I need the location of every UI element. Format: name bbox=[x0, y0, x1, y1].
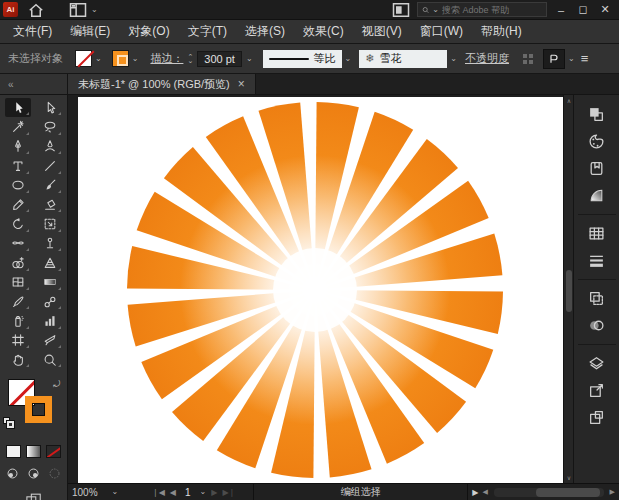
menu-item-3[interactable]: 文字(T) bbox=[179, 23, 236, 40]
chevron-down-icon[interactable]: ⌄ bbox=[450, 55, 457, 63]
artboard-dropdown-icon[interactable]: ⌄ bbox=[200, 488, 207, 496]
align-options-icon[interactable] bbox=[523, 54, 533, 64]
shape-builder-tool[interactable] bbox=[5, 253, 31, 272]
artboards-panel-icon[interactable] bbox=[582, 404, 612, 431]
menu-item-0[interactable]: 文件(F) bbox=[4, 23, 61, 40]
horizontal-scroll-thumb[interactable] bbox=[536, 488, 600, 497]
transparency-panel-icon[interactable] bbox=[582, 285, 612, 312]
curvature-tool[interactable] bbox=[37, 137, 63, 156]
hand-tool[interactable] bbox=[5, 350, 31, 369]
pencil-tool[interactable] bbox=[5, 195, 31, 214]
libraries-panel-icon[interactable] bbox=[582, 155, 612, 182]
artboard-number[interactable]: 1 bbox=[181, 487, 195, 498]
mesh-tool[interactable] bbox=[5, 273, 31, 292]
tab-close-icon[interactable]: × bbox=[238, 77, 245, 91]
color-panel-icon[interactable] bbox=[582, 128, 612, 155]
type-tool[interactable] bbox=[5, 156, 31, 175]
properties-panel-icon[interactable] bbox=[582, 101, 612, 128]
color-mode-button[interactable] bbox=[6, 445, 21, 458]
appearance-panel-icon[interactable] bbox=[582, 312, 612, 339]
zoom-dropdown-icon[interactable]: ⌄ bbox=[112, 488, 119, 496]
arrange-documents-icon[interactable] bbox=[391, 2, 411, 18]
scroll-left-icon[interactable]: ◀ bbox=[482, 488, 487, 496]
close-button[interactable]: ✕ bbox=[597, 3, 613, 16]
stroke-weight-value[interactable]: 300 pt bbox=[197, 51, 242, 67]
swap-fill-stroke-icon[interactable]: ⤾ bbox=[53, 379, 61, 390]
status-field-menu-icon[interactable]: ▶ bbox=[472, 488, 478, 497]
selection-tool[interactable] bbox=[5, 98, 31, 117]
blend-tool[interactable] bbox=[37, 292, 63, 311]
none-mode-button[interactable] bbox=[46, 445, 61, 458]
chevron-down-icon[interactable]: ⌄ bbox=[132, 55, 139, 63]
menu-item-2[interactable]: 对象(O) bbox=[119, 23, 178, 40]
menu-item-8[interactable]: 帮助(H) bbox=[472, 23, 531, 40]
control-panel-menu-icon[interactable]: ≡ bbox=[581, 51, 588, 66]
stroke-weight-stepper[interactable]: ⌃⌄ bbox=[187, 55, 193, 63]
sunburst-artwork[interactable] bbox=[78, 97, 563, 483]
vertical-scroll-thumb[interactable] bbox=[566, 270, 572, 312]
zoom-tool[interactable] bbox=[37, 350, 63, 369]
default-fill-stroke-icon[interactable] bbox=[3, 417, 14, 428]
menu-item-6[interactable]: 视图(V) bbox=[353, 23, 411, 40]
workspace-switcher[interactable]: ⌄ bbox=[68, 2, 98, 18]
maximize-button[interactable]: ◻ bbox=[575, 3, 591, 16]
search-input[interactable] bbox=[442, 5, 542, 15]
chevron-down-icon[interactable]: ⌄ bbox=[345, 55, 352, 63]
swatches-panel-icon[interactable] bbox=[582, 220, 612, 247]
gradient-panel-icon[interactable] bbox=[582, 182, 612, 209]
draw-inside-button[interactable] bbox=[48, 467, 61, 483]
eraser-tool[interactable] bbox=[37, 195, 63, 214]
horizontal-scrollbar[interactable] bbox=[494, 488, 604, 497]
width-profile-dropdown[interactable]: 等比 bbox=[263, 50, 342, 68]
symbol-sprayer-tool[interactable] bbox=[5, 311, 31, 330]
fill-color-swatch[interactable] bbox=[75, 50, 92, 67]
stroke-panel-icon[interactable] bbox=[582, 247, 612, 274]
chevron-down-icon[interactable]: ⌄ bbox=[568, 55, 575, 63]
gradient-mode-button[interactable] bbox=[26, 445, 41, 458]
select-similar-objects-button[interactable] bbox=[543, 49, 565, 69]
slice-tool[interactable] bbox=[37, 331, 63, 350]
home-icon[interactable] bbox=[26, 2, 46, 18]
menu-item-1[interactable]: 编辑(E) bbox=[61, 23, 119, 40]
next-artboard-button[interactable]: ▶ bbox=[211, 488, 217, 497]
menu-item-7[interactable]: 窗口(W) bbox=[411, 23, 472, 40]
rotate-tool[interactable] bbox=[5, 214, 31, 233]
perspective-grid-tool[interactable] bbox=[37, 253, 63, 272]
stroke-panel-link[interactable]: 描边： bbox=[150, 51, 183, 66]
paintbrush-tool[interactable] bbox=[37, 176, 63, 195]
draw-normal-button[interactable] bbox=[6, 467, 19, 483]
ellipse-tool[interactable] bbox=[5, 176, 31, 195]
minimize-button[interactable]: – bbox=[553, 4, 569, 16]
stroke-proxy-swatch[interactable] bbox=[25, 396, 52, 423]
layers-panel-icon[interactable] bbox=[582, 350, 612, 377]
last-artboard-button[interactable]: ▶❘ bbox=[222, 488, 235, 497]
width-tool[interactable] bbox=[5, 234, 31, 253]
menu-item-5[interactable]: 效果(C) bbox=[294, 23, 353, 40]
prev-artboard-button[interactable]: ◀ bbox=[170, 488, 176, 497]
opacity-link[interactable]: 不透明度 bbox=[465, 51, 509, 66]
free-transform-tool[interactable] bbox=[37, 214, 63, 233]
first-artboard-button[interactable]: ❘◀ bbox=[152, 488, 165, 497]
lasso-tool[interactable] bbox=[37, 117, 63, 136]
menu-item-4[interactable]: 选择(S) bbox=[236, 23, 294, 40]
chevron-down-icon[interactable]: ⌄ bbox=[95, 55, 102, 63]
line-segment-tool[interactable] bbox=[37, 156, 63, 175]
direct-selection-tool[interactable] bbox=[37, 98, 63, 117]
graph-tool[interactable] bbox=[37, 311, 63, 330]
eyedropper-tool[interactable] bbox=[5, 292, 31, 311]
export-panel-icon[interactable] bbox=[582, 377, 612, 404]
magic-wand-tool[interactable] bbox=[5, 117, 31, 136]
artboard-tool[interactable] bbox=[5, 331, 31, 350]
scroll-right-icon[interactable]: ▶ bbox=[610, 488, 615, 496]
pen-tool[interactable] bbox=[5, 137, 31, 156]
vertical-scrollbar[interactable]: ∧ ∨ bbox=[563, 95, 573, 483]
toolbar-collapse-button[interactable]: « bbox=[0, 74, 68, 94]
document-tab[interactable]: 未标题-1* @ 100% (RGB/预览) × bbox=[68, 74, 256, 94]
draw-behind-button[interactable] bbox=[27, 467, 40, 483]
chevron-down-icon[interactable]: ⌄ bbox=[246, 55, 253, 63]
artboard[interactable] bbox=[78, 97, 563, 483]
screen-mode-button[interactable] bbox=[26, 493, 42, 500]
gradient-tool[interactable] bbox=[37, 273, 63, 292]
stroke-color-swatch[interactable] bbox=[112, 50, 129, 67]
puppet-warp-tool[interactable] bbox=[37, 234, 63, 253]
